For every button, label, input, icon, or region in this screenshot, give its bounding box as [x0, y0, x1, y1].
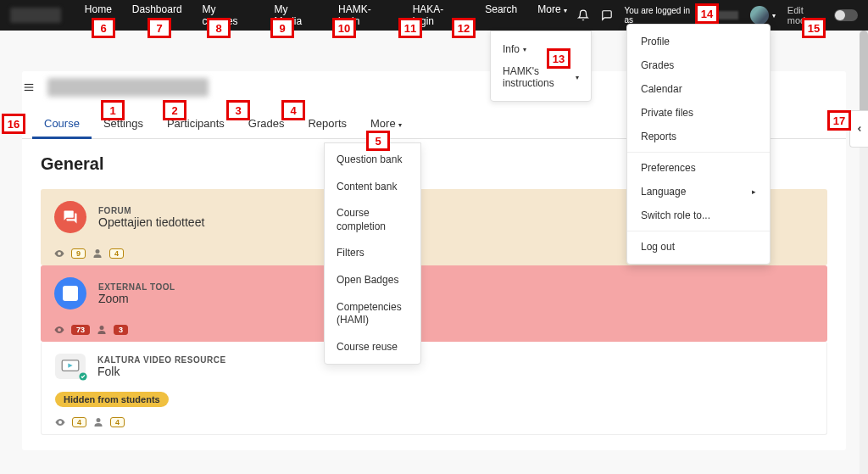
avatar [750, 6, 769, 25]
right-drawer-toggle[interactable] [849, 110, 868, 148]
views-badge: 73 [71, 325, 90, 335]
users-badge: 3 [114, 325, 128, 335]
marker-13: 13 [547, 48, 570, 69]
cmore-competencies[interactable]: Competencies (HAMI) [325, 294, 420, 334]
external-tool-icon [54, 277, 86, 309]
activity-zoom: EXTERNAL TOOL Zoom 73 3 [41, 265, 827, 342]
more-hamk-instructions[interactable]: HAMK's instructions▾ [491, 60, 591, 94]
topnav-more-dropdown: Info▾ HAMK's instructions▾ [490, 31, 592, 102]
eye-icon [55, 417, 65, 427]
user-menu-grades[interactable]: Grades [627, 53, 770, 77]
activity-link[interactable]: Folk [97, 365, 226, 378]
marker-2: 2 [163, 100, 186, 120]
course-more-dropdown: Question bank Content bank Course comple… [324, 142, 421, 365]
user-icon [92, 248, 103, 259]
brand-logo [10, 8, 61, 23]
views-badge: 4 [72, 417, 86, 427]
marker-12: 12 [452, 18, 476, 38]
kaltura-icon [55, 354, 86, 379]
forum-icon [54, 201, 86, 233]
marker-8: 8 [207, 18, 231, 38]
user-avatar-toggle[interactable]: ▾ [750, 6, 776, 25]
user-menu-switch-role[interactable]: Switch role to... [627, 204, 770, 227]
marker-7: 7 [147, 18, 171, 38]
cmore-open-badges[interactable]: Open Badges [325, 267, 420, 294]
marker-17: 17 [827, 110, 851, 131]
nav-search[interactable]: Search [475, 0, 527, 35]
eye-icon [54, 248, 64, 259]
hidden-from-students-badge: Hidden from students [55, 392, 169, 407]
user-menu-calendar[interactable]: Calendar [627, 77, 770, 101]
more-info[interactable]: Info▾ [491, 38, 591, 60]
nav-more[interactable]: More▾ [527, 0, 576, 35]
user-menu-preferences[interactable]: Preferences [627, 156, 770, 180]
user-menu: Profile Grades Calendar Private files Re… [626, 24, 771, 265]
activity-type-label: FORUM [98, 206, 204, 215]
cmore-content-bank[interactable]: Content bank [325, 174, 420, 201]
user-menu-logout[interactable]: Log out [627, 235, 770, 259]
user-menu-reports[interactable]: Reports [627, 125, 770, 148]
marker-10: 10 [332, 18, 356, 38]
views-badge: 9 [71, 248, 86, 259]
marker-11: 11 [398, 18, 422, 38]
marker-5: 5 [366, 131, 390, 151]
activity-type-label: KALTURA VIDEO RESOURCE [97, 355, 226, 365]
user-icon [97, 325, 107, 335]
marker-15: 15 [802, 18, 826, 38]
tab-course[interactable]: Course [32, 109, 92, 138]
cmore-filters[interactable]: Filters [325, 240, 420, 267]
eye-icon [54, 325, 64, 335]
logged-in-text: You are logged in as [625, 6, 738, 25]
marker-3: 3 [226, 100, 250, 120]
marker-1: 1 [101, 100, 125, 120]
marker-4: 4 [281, 100, 305, 120]
marker-9: 9 [270, 18, 294, 38]
users-badge: 4 [109, 248, 124, 259]
users-badge: 4 [110, 417, 125, 427]
user-menu-private-files[interactable]: Private files [627, 101, 770, 125]
scrollbar[interactable] [860, 31, 868, 450]
marker-16: 16 [2, 114, 25, 134]
marker-14: 14 [695, 3, 719, 24]
edit-mode-toggle[interactable] [834, 9, 858, 21]
messages-icon[interactable] [601, 9, 613, 21]
course-title-redacted [47, 78, 209, 97]
cmore-course-completion[interactable]: Course completion [325, 200, 420, 240]
user-menu-profile[interactable]: Profile [627, 30, 770, 53]
activity-link[interactable]: Zoom [98, 292, 175, 305]
cmore-course-reuse[interactable]: Course reuse [325, 334, 420, 361]
tab-reports[interactable]: Reports [296, 109, 359, 138]
activity-type-label: EXTERNAL TOOL [98, 282, 175, 292]
activity-kaltura: KALTURA VIDEO RESOURCE Folk Hidden from … [41, 342, 827, 435]
hamburger-icon[interactable] [22, 81, 36, 93]
notifications-icon[interactable] [577, 9, 589, 21]
marker-6: 6 [92, 18, 115, 38]
user-icon [93, 417, 103, 427]
activity-link[interactable]: Opettajien tiedotteet [98, 215, 204, 229]
user-menu-language[interactable]: Language▸ [627, 180, 770, 204]
